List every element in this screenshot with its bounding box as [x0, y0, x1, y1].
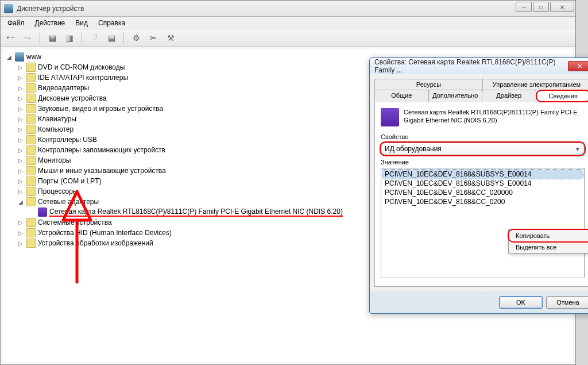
dialog-buttons: OK Отмена: [370, 291, 588, 313]
device-category-icon: [26, 73, 36, 82]
device-name-text: Сетевая карта Realtek RTL8168C(P)/8111C(…: [404, 108, 585, 125]
tab-row-1: Ресурсы Управление электропитанием: [374, 79, 588, 90]
expand-icon[interactable]: ▷: [17, 106, 24, 112]
toolbar-btn-2[interactable]: ▥: [63, 32, 76, 44]
menubar: Файл Действие Вид Справка: [1, 17, 575, 29]
device-category-icon: [26, 125, 36, 134]
list-item[interactable]: PCI\VEN_10EC&DEV_8168&CC_020000: [382, 188, 583, 197]
device-category-icon: [26, 176, 36, 186]
device-category-icon: [26, 166, 36, 175]
expand-icon[interactable]: ▷: [17, 137, 24, 143]
device-category-icon: [26, 145, 36, 155]
device-category-icon: [26, 135, 36, 144]
collapse-icon[interactable]: ◢: [6, 54, 13, 60]
computer-icon: [15, 52, 24, 62]
minimize-button[interactable]: ─: [516, 2, 532, 12]
cancel-button[interactable]: Отмена: [546, 296, 588, 309]
device-category-icon: [26, 83, 36, 93]
dialog-titlebar: Свойства: Сетевая карта Realtek RTL8168C…: [370, 58, 588, 74]
nic-icon: [381, 108, 399, 126]
category-label: DVD и CD-ROM дисководы: [38, 63, 125, 71]
expand-icon[interactable]: ▷: [17, 157, 24, 164]
list-item[interactable]: PCI\VEN_10EC&DEV_8168&SUBSYS_E00014: [382, 170, 583, 179]
help-button[interactable]: ❔: [88, 32, 100, 44]
back-button[interactable]: ⬸: [4, 32, 17, 44]
expand-icon[interactable]: ▷: [17, 240, 24, 247]
close-button[interactable]: ✕: [550, 2, 574, 12]
nic-icon: [38, 208, 47, 217]
expand-icon[interactable]: ▷: [17, 95, 24, 102]
expand-icon[interactable]: ▷: [17, 147, 24, 153]
expand-icon[interactable]: ▷: [17, 85, 24, 91]
category-label: Дисковые устройства: [38, 94, 107, 102]
list-item[interactable]: PCI\VEN_10EC&DEV_8168&SUBSYS_E00014: [382, 179, 583, 188]
category-label: Видеоадаптеры: [38, 84, 89, 92]
collapse-icon[interactable]: ◢: [17, 199, 24, 205]
expand-icon[interactable]: ▷: [17, 230, 24, 236]
dropdown-value: ИД оборудования: [385, 145, 442, 153]
dialog-close-button[interactable]: ✕: [568, 61, 588, 71]
ok-button[interactable]: OK: [499, 296, 543, 309]
menu-view[interactable]: Вид: [71, 18, 92, 28]
root-label: www: [26, 53, 41, 61]
forward-button[interactable]: ⤳: [21, 32, 34, 44]
window-title: Диспетчер устройств: [17, 5, 572, 13]
category-label: Устройства обработки изображений: [38, 239, 153, 247]
toolbar: ⬸ ⤳ ▦ ▥ ❔ ▤ ⚙ ✂ ⚒: [1, 29, 575, 47]
toolbar-btn-4[interactable]: ⚒: [164, 32, 177, 44]
expand-icon[interactable]: ▷: [17, 220, 24, 226]
expand-icon[interactable]: ▷: [17, 64, 24, 71]
tab-power[interactable]: Управление электропитанием: [482, 79, 588, 90]
properties-dialog: Свойства: Сетевая карта Realtek RTL8168C…: [369, 57, 588, 314]
category-label: Компьютер: [38, 125, 74, 133]
expand-icon[interactable]: ▷: [17, 178, 24, 185]
expand-icon[interactable]: ▷: [17, 189, 24, 195]
context-select-all[interactable]: Выделить все: [509, 241, 588, 253]
tab-resources[interactable]: Ресурсы: [374, 79, 483, 90]
device-category-icon: [26, 197, 36, 206]
expand-icon[interactable]: ▷: [17, 126, 24, 133]
maximize-button[interactable]: □: [533, 2, 549, 12]
tab-row-2: Общие Дополнительно Драйвер Сведения: [374, 90, 588, 102]
context-menu: Копировать Выделить все: [508, 229, 588, 253]
separator: [123, 32, 124, 44]
device-category-icon: [26, 156, 36, 165]
expand-icon[interactable]: ▷: [17, 116, 24, 122]
category-label: Порты (COM и LPT): [38, 177, 102, 185]
context-copy[interactable]: Копировать: [509, 230, 588, 241]
expand-icon[interactable]: ▷: [17, 168, 24, 174]
dialog-body: Ресурсы Управление электропитанием Общие…: [370, 74, 588, 291]
category-label: Мыши и иные указывающие устройства: [38, 167, 166, 175]
property-dropdown[interactable]: ИД оборудования ▼: [381, 143, 585, 155]
menu-help[interactable]: Справка: [94, 18, 130, 28]
separator: [40, 32, 40, 44]
tab-panel-details: Сетевая карта Realtek RTL8168C(P)/8111C(…: [374, 102, 588, 287]
expand-icon[interactable]: ▷: [17, 75, 24, 81]
tab-details[interactable]: Сведения: [536, 90, 589, 102]
category-label: Контроллеры запоминающих устройств: [38, 146, 165, 154]
device-category-icon: [26, 218, 36, 227]
app-icon: [4, 4, 13, 13]
tab-advanced[interactable]: Дополнительно: [428, 90, 483, 102]
tab-general[interactable]: Общие: [374, 90, 429, 102]
tab-driver[interactable]: Драйвер: [482, 90, 536, 102]
device-category-icon: [26, 63, 36, 72]
hardware-ids-listbox[interactable]: PCI\VEN_10EC&DEV_8168&SUBSYS_E00014 PCI\…: [381, 168, 585, 278]
uninstall-button[interactable]: ✂: [147, 32, 160, 44]
device-category-icon: [26, 114, 36, 124]
category-label: Процессоры: [38, 187, 78, 195]
category-label: IDE ATA/ATAPI контроллеры: [38, 74, 128, 82]
menu-action[interactable]: Действие: [30, 18, 70, 28]
list-item[interactable]: PCI\VEN_10EC&DEV_8168&CC_0200: [382, 197, 583, 206]
category-label: Клавиатуры: [38, 115, 76, 123]
device-category-icon: [26, 94, 36, 103]
category-label: Звуковые, видео и игровые устройства: [38, 105, 163, 113]
scan-hardware-button[interactable]: ⚙: [130, 32, 142, 44]
toolbar-btn-3[interactable]: ▤: [105, 32, 118, 44]
toolbar-btn-1[interactable]: ▦: [46, 32, 59, 44]
menu-file[interactable]: Файл: [3, 18, 29, 28]
titlebar: Диспетчер устройств ─ □ ✕: [1, 1, 575, 17]
category-label: Мониторы: [38, 156, 71, 164]
value-label: Значение: [381, 159, 585, 166]
separator: [82, 32, 82, 44]
